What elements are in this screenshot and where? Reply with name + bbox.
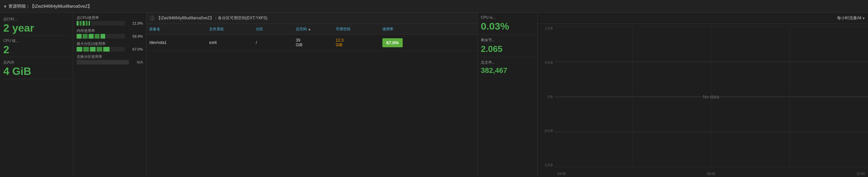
disk-table: 设备名 文件系统 分区 总空间 ▲ 可用空间 使用率 /dev/vda1 ext… (147, 24, 477, 177)
mem-metric-bar-row: 56.9% (76, 34, 143, 39)
disk-table-header: 设备名 文件系统 分区 总空间 ▲ 可用空间 使用率 (147, 24, 477, 35)
cpu-cores-label: CPU 核... (3, 38, 70, 43)
header-label: 资源明细： (8, 3, 30, 9)
total-memory-section: 总内存 4 GiB (3, 59, 70, 79)
header-bar: ▾ 资源明细： 【iZwz94664y88ud9aroa5veZ】 (0, 0, 868, 13)
chart-header: 每小时流量All ▾ (537, 13, 868, 24)
chart-no-data: No data (703, 94, 719, 100)
chart-grid: No data (554, 27, 868, 167)
remaining-label: 剩余节... (481, 38, 534, 43)
remaining-value: 2.065 (481, 44, 534, 54)
col-usage[interactable]: 使用率 (380, 25, 420, 33)
col-filesystem[interactable]: 文件系统 (207, 25, 253, 33)
mem-metric-label: 内存使用率 (76, 28, 143, 33)
mem-metric-value: 56.9% (131, 34, 143, 38)
total-memory-label: 总内存 (3, 60, 70, 65)
y-label-2: 0.5 B (545, 61, 553, 65)
collapse-arrow-icon[interactable]: ▾ (4, 4, 6, 9)
x-label-1: 04:00 (558, 172, 566, 176)
swap-bar-container (76, 60, 129, 65)
mem-metric: 内存使用率 56.9% (76, 28, 143, 39)
disk-panel-title: 【iZwz94664y88ud9aroa5veZ】：各分区可用空间(EXT.*/… (157, 15, 268, 21)
y-label-5: -1.0 B (544, 163, 553, 167)
cpu-io-value: 0.03% (481, 21, 534, 32)
x-label-3: 12:00 (856, 172, 865, 176)
total-files-label: 总文件... (481, 60, 534, 65)
cpu-io-divider2 (481, 57, 534, 57)
row-available: 12.3GiB (333, 37, 380, 48)
swap-metric-bar-row: N/A (76, 60, 143, 65)
chart-x-axis: 04:00 08:00 12:00 (554, 172, 868, 176)
left-panel: 运行时... 2 year CPU 核... 2 总内存 4 GiB (0, 13, 73, 177)
disk-metric: 最大分区(/)使用率 67.0% (76, 41, 143, 51)
mem-bar-container (76, 34, 129, 39)
row-device: /dev/vda1 (147, 39, 207, 46)
disk-metric-label: 最大分区(/)使用率 (76, 41, 143, 46)
table-row: /dev/vda1 ext4 / 39GiB 12.3GiB 67.0% (147, 35, 477, 51)
y-label-1: 1.0 B (545, 27, 553, 30)
disk-metric-value: 67.0% (131, 47, 143, 51)
x-label-2: 08:00 (707, 172, 715, 176)
row-partition: / (253, 39, 293, 46)
total-files-value: 382,467 (481, 66, 534, 75)
chart-area: 1.0 B 0.5 B 0 B -0.5 B -1.0 B (537, 24, 868, 177)
chart-title-text: 每小时流量All (837, 15, 861, 21)
cpu-metric-label: 总CPU使用率 (76, 15, 143, 20)
cpu-cores-value: 2 (3, 44, 70, 56)
swap-metric-label: 交换分区使用率 (76, 54, 143, 59)
row-total: 39GiB (293, 37, 333, 48)
col-device[interactable]: 设备名 (147, 25, 207, 33)
disk-metric-bar-row: 67.0% (76, 47, 143, 51)
swap-metric: 交换分区使用率 N/A (76, 54, 143, 65)
cpu-bar-container (76, 21, 129, 26)
col-total[interactable]: 总空间 ▲ (293, 25, 333, 33)
info-icon: i (150, 16, 155, 21)
total-memory-value: 4 GiB (3, 66, 70, 77)
metrics-panel: 总CPU使用率 21.9% 内存使用率 56.9% 最大分区(/)使用率 67.… (73, 13, 147, 177)
cpu-io-panel: CPU io... 0.03% 剩余节... 2.065 总文件... 382,… (477, 13, 537, 177)
chart-title[interactable]: 每小时流量All ▾ (837, 15, 865, 21)
chart-panel: 每小时流量All ▾ 1.0 B 0.5 B 0 B -0.5 B -1.0 B (537, 13, 868, 177)
swap-metric-value: N/A (131, 60, 143, 64)
header-server-id: 【iZwz94664y88ud9aroa5veZ】 (30, 3, 92, 9)
cpu-metric-bar-row: 21.9% (76, 21, 143, 26)
disk-bar-container (76, 47, 129, 51)
cpu-metric-value: 21.9% (131, 21, 143, 25)
usage-badge: 67.0% (382, 38, 403, 47)
disk-panel-header: i 【iZwz94664y88ud9aroa5veZ】：各分区可用空间(EXT.… (147, 13, 477, 24)
y-label-3: 0 B (548, 95, 553, 99)
runtime-label: 运行时... (3, 16, 70, 22)
col-partition[interactable]: 分区 (253, 25, 293, 33)
runtime-value: 2 year (3, 22, 70, 34)
cpu-io-label: CPU io... (481, 15, 534, 19)
y-label-4: -0.5 B (544, 129, 553, 133)
cpu-metric: 总CPU使用率 21.9% (76, 15, 143, 26)
chart-dropdown-icon[interactable]: ▾ (863, 16, 865, 21)
cpu-io-divider (481, 35, 534, 35)
main-content: 运行时... 2 year CPU 核... 2 总内存 4 GiB 总CPU使… (0, 13, 868, 177)
col-available[interactable]: 可用空间 (333, 25, 380, 33)
disk-panel: i 【iZwz94664y88ud9aroa5veZ】：各分区可用空间(EXT.… (147, 13, 477, 177)
cpu-cores-section: CPU 核... 2 (3, 37, 70, 57)
runtime-section: 运行时... 2 year (3, 15, 70, 36)
chart-y-axis: 1.0 B 0.5 B 0 B -0.5 B -1.0 B (537, 27, 554, 167)
row-filesystem: ext4 (207, 39, 253, 46)
row-usage: 67.0% (380, 39, 420, 46)
